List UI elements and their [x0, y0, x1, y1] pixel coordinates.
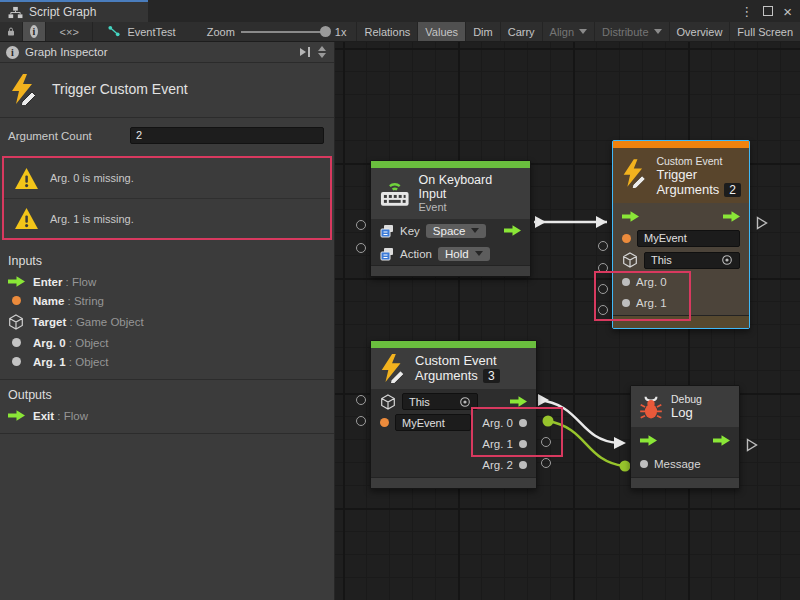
- object-picker-icon[interactable]: [721, 254, 733, 266]
- value-input-port[interactable]: [598, 263, 608, 273]
- node-selected-bar: [613, 141, 749, 148]
- close-icon[interactable]: ×: [783, 4, 792, 19]
- values-button[interactable]: Values: [418, 22, 466, 41]
- graph-canvas[interactable]: On Keyboard Input Event Key Space: [335, 42, 800, 600]
- string-port-icon: [12, 296, 21, 305]
- value-output-port[interactable]: [541, 437, 551, 447]
- value-input-port[interactable]: [598, 305, 608, 315]
- port-row-arg1: Arg. 1 : Object: [0, 352, 334, 371]
- action-dropdown[interactable]: Hold: [438, 247, 490, 261]
- flow-port-icon: [8, 276, 25, 287]
- port-label-key: Key: [400, 225, 420, 237]
- arg1-label: Arg. 1: [482, 438, 513, 450]
- window-controls: ⋮ ×: [740, 0, 800, 22]
- dock-icon[interactable]: [298, 46, 312, 58]
- event-name-field[interactable]: MyEvent: [395, 414, 471, 431]
- warning-row: Arg. 0 is missing.: [4, 158, 330, 198]
- flow-input-port[interactable]: [622, 211, 639, 222]
- unity-script-graph-window: Script Graph ⋮ × i <×> EventTest: [0, 0, 800, 600]
- inspector-toggle-button[interactable]: i: [23, 22, 46, 41]
- port-row-exit: Exit : Flow: [0, 406, 334, 425]
- relations-button[interactable]: Relations: [357, 22, 418, 41]
- gameobject-cube-icon[interactable]: [380, 394, 396, 410]
- object-port-icon[interactable]: [519, 461, 527, 469]
- outputs-header: Outputs: [0, 380, 334, 406]
- titlebar: Script Graph ⋮ ×: [0, 0, 800, 22]
- maximize-icon[interactable]: [763, 6, 773, 16]
- node-subtitle: Arguments: [656, 182, 719, 197]
- object-port-icon[interactable]: [622, 278, 630, 286]
- object-port-icon[interactable]: [622, 299, 630, 307]
- string-port-icon[interactable]: [380, 418, 389, 427]
- argument-count-badge: 2: [724, 183, 741, 197]
- port-row-name: Name : String: [0, 291, 334, 310]
- flow-output-port[interactable]: [504, 225, 521, 236]
- distribute-dropdown[interactable]: Distribute: [595, 22, 669, 41]
- connection-keyboard-to-trigger[interactable]: [534, 216, 607, 228]
- panel-scroll-arrows[interactable]: [318, 46, 328, 58]
- argument-count-badge: 3: [483, 369, 500, 383]
- chevron-down-icon: [471, 228, 479, 233]
- value-output-port[interactable]: [541, 458, 551, 468]
- code-view-button[interactable]: <×>: [46, 22, 93, 41]
- value-input-port[interactable]: [356, 395, 366, 405]
- event-name-field[interactable]: MyEvent: [637, 230, 740, 247]
- dim-button[interactable]: Dim: [466, 22, 501, 41]
- panel-title: Graph Inspector: [25, 46, 107, 58]
- node-debug-log[interactable]: Debug Log Message: [630, 385, 740, 489]
- value-input-port[interactable]: [356, 243, 366, 253]
- object-port-icon: [12, 357, 21, 366]
- align-dropdown[interactable]: Align: [543, 22, 595, 41]
- warning-icon: [14, 207, 39, 230]
- value-input-port[interactable]: [598, 284, 608, 294]
- object-port-icon[interactable]: [519, 440, 527, 448]
- value-input-port[interactable]: [356, 220, 366, 230]
- lock-button[interactable]: [0, 22, 23, 41]
- tab-script-graph[interactable]: Script Graph: [0, 0, 148, 22]
- warning-icon: [14, 167, 39, 190]
- zoom-slider-handle[interactable]: [320, 26, 331, 37]
- argument-count-input[interactable]: 2: [130, 127, 324, 144]
- inline-value-icon: [380, 247, 394, 261]
- overview-button[interactable]: Overview: [670, 22, 731, 41]
- arg0-label: Arg. 0: [482, 417, 513, 429]
- bug-icon: [638, 394, 664, 420]
- flow-output-port[interactable]: [713, 435, 730, 446]
- zoom-control: Zoom 1x: [183, 22, 358, 41]
- graph-inspector-panel: i Graph Inspector Trigger Custom Event A…: [0, 42, 335, 600]
- gameobject-cube-icon: [8, 314, 24, 330]
- target-field[interactable]: This: [644, 252, 740, 269]
- node-trigger-custom-event[interactable]: Custom Event Trigger Arguments 2: [612, 140, 750, 329]
- arg2-label: Arg. 2: [482, 459, 513, 471]
- zoom-slider[interactable]: [241, 31, 329, 33]
- value-input-port[interactable]: [356, 416, 366, 426]
- carry-button[interactable]: Carry: [501, 22, 543, 41]
- port-label-action: Action: [400, 248, 432, 260]
- key-dropdown[interactable]: Space: [426, 224, 487, 238]
- flow-output-port[interactable]: [510, 396, 527, 407]
- object-port-icon[interactable]: [519, 419, 527, 427]
- flow-input-port[interactable]: [640, 435, 657, 446]
- node-subtitle: Arguments: [415, 368, 478, 383]
- flow-output-port[interactable]: [723, 211, 740, 222]
- value-input-port[interactable]: [598, 241, 608, 251]
- graph-breadcrumb[interactable]: EventTest: [93, 22, 182, 41]
- arg0-label: Arg. 0: [636, 276, 667, 288]
- divider: [0, 433, 334, 434]
- fullscreen-button[interactable]: Full Screen: [730, 22, 800, 41]
- gameobject-cube-icon[interactable]: [622, 252, 638, 268]
- port-row-target: Target : Game Object: [0, 310, 334, 333]
- node-custom-event[interactable]: Custom Event Arguments 3 This: [370, 340, 537, 489]
- string-port-icon[interactable]: [622, 234, 631, 243]
- target-field[interactable]: This: [402, 393, 478, 410]
- object-picker-icon[interactable]: [459, 396, 471, 408]
- lock-icon: [7, 25, 15, 38]
- chevron-down-icon: [654, 29, 662, 34]
- node-title: Custom Event: [415, 353, 500, 368]
- custom-event-icon: [8, 73, 40, 105]
- node-on-keyboard-input[interactable]: On Keyboard Input Event Key Space: [370, 160, 531, 277]
- node-event-bar: [371, 161, 530, 168]
- window-menu-icon[interactable]: ⋮: [740, 5, 753, 18]
- object-port-icon[interactable]: [640, 460, 648, 468]
- node-event-bar: [371, 341, 536, 348]
